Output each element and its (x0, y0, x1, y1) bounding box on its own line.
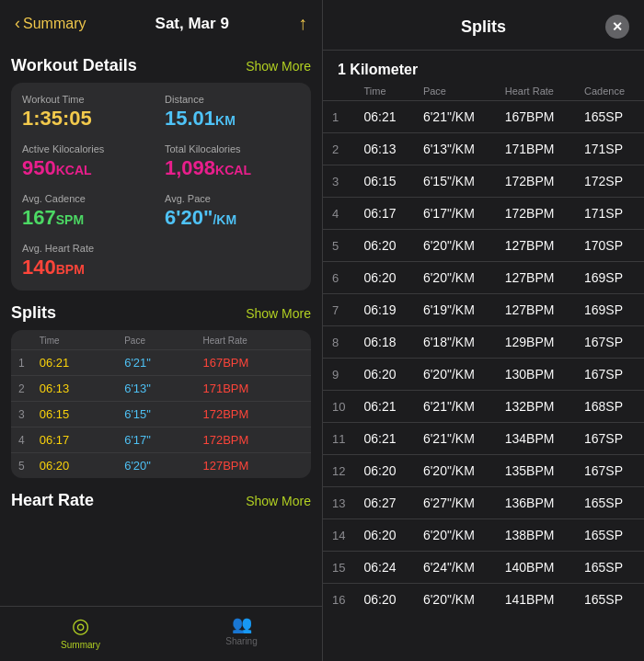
right-panel: Splits ✕ 1 Kilometer Time Pace Heart Rat… (322, 0, 644, 661)
tab-sharing[interactable]: 👥 Sharing (161, 614, 322, 650)
table-row: 5 06:20 6'20"/KM 127BPM 170SP (323, 230, 644, 262)
split-pace: 6'20"/KM (414, 262, 496, 294)
split-time: 06:20 (354, 262, 413, 294)
split-num: 2 (11, 376, 32, 402)
split-num: 15 (323, 552, 354, 584)
split-hr: 138BPM (496, 519, 575, 552)
table-row: 10 06:21 6'21"/KM 132BPM 168SP (323, 391, 644, 423)
sharing-icon: 👥 (232, 614, 252, 634)
split-time: 06:13 (32, 376, 117, 402)
tab-sharing-label: Sharing (225, 636, 257, 646)
close-button[interactable]: ✕ (605, 15, 629, 39)
split-time: 06:21 (354, 423, 413, 455)
split-hr: 172BPM (496, 165, 575, 198)
split-num: 14 (323, 519, 354, 552)
table-row: 3 06:15 6'15" 172BPM (11, 402, 311, 427)
metric-avg-cadence: Avg. Cadence 167SPM (22, 193, 157, 230)
close-icon: ✕ (612, 19, 623, 34)
workout-details-show-more[interactable]: Show More (246, 59, 311, 74)
col-time: Time (354, 82, 413, 101)
split-hr: 130BPM (496, 359, 575, 391)
metric-avg-hr: Avg. Heart Rate 140BPM (22, 243, 300, 279)
metric-distance: Distance 15.01KM (165, 94, 300, 131)
table-row: 8 06:18 6'18"/KM 129BPM 167SP (323, 326, 644, 359)
split-pace: 6'21"/KM (414, 423, 496, 455)
split-time: 06:21 (354, 101, 413, 133)
split-hr: 136BPM (496, 487, 575, 519)
split-pace: 6'15" (117, 402, 195, 427)
split-pace: 6'13"/KM (414, 133, 496, 165)
table-row: 13 06:27 6'27"/KM 136BPM 165SP (323, 487, 644, 519)
split-time: 06:20 (354, 455, 413, 487)
split-cad: 167SP (575, 455, 644, 487)
splits-section-header: Splits Show More (11, 303, 311, 323)
chevron-icon: ‹ (15, 14, 20, 33)
table-row: 5 06:20 6'20" 127BPM (11, 453, 311, 479)
split-time: 06:15 (32, 402, 117, 427)
split-pace: 6'20"/KM (414, 519, 496, 552)
header-title: Sat, Mar 9 (155, 15, 229, 33)
summary-icon: ◎ (72, 614, 89, 638)
right-content: 1 Kilometer Time Pace Heart Rate Cadence… (323, 51, 644, 661)
split-hr: 127BPM (195, 453, 311, 479)
table-row: 3 06:15 6'15"/KM 172BPM 172SP (323, 165, 644, 198)
split-num: 10 (323, 391, 354, 423)
metric-value-time: 1:35:05 (22, 107, 157, 131)
col-cad: Cadence (575, 82, 644, 101)
split-num: 12 (323, 455, 354, 487)
split-cad: 168SP (575, 391, 644, 423)
splits-table: Time Pace Heart Rate 1 06:21 6'21" 167BP… (11, 330, 311, 478)
back-button[interactable]: ‹ Summary (15, 14, 86, 33)
table-row: 15 06:24 6'24"/KM 140BPM 165SP (323, 552, 644, 584)
split-hr: 127BPM (496, 262, 575, 294)
split-num: 13 (323, 487, 354, 519)
share-icon[interactable]: ↑ (298, 13, 307, 34)
metric-label: Avg. Pace (165, 193, 300, 204)
metric-value-distance: 15.01KM (165, 107, 300, 131)
metric-label: Distance (165, 94, 300, 105)
split-cad: 169SP (575, 294, 644, 326)
table-row: 4 06:17 6'17"/KM 172BPM 171SP (323, 198, 644, 230)
left-header: ‹ Summary Sat, Mar 9 ↑ (0, 0, 322, 43)
col-num (323, 82, 354, 101)
heart-rate-show-more[interactable]: Show More (246, 494, 311, 508)
split-time: 06:20 (32, 453, 117, 479)
split-pace: 6'21"/KM (414, 101, 496, 133)
table-row: 16 06:20 6'20"/KM 141BPM 165SP (323, 584, 644, 616)
left-panel: ‹ Summary Sat, Mar 9 ↑ Workout Details S… (0, 0, 322, 661)
split-cad: 169SP (575, 262, 644, 294)
split-time: 06:13 (354, 133, 413, 165)
split-cad: 165SP (575, 101, 644, 133)
split-time: 06:20 (354, 230, 413, 262)
back-label: Summary (23, 16, 86, 32)
split-time: 06:19 (354, 294, 413, 326)
split-hr: 172BPM (195, 402, 311, 427)
tab-summary[interactable]: ◎ Summary (0, 614, 161, 650)
split-num: 3 (323, 165, 354, 198)
col-pace: Pace (414, 82, 496, 101)
split-num: 11 (323, 423, 354, 455)
metric-value-total-kcal: 1,098KCAL (165, 156, 300, 180)
split-time: 06:15 (354, 165, 413, 198)
metric-label: Avg. Heart Rate (22, 243, 300, 254)
table-row: 14 06:20 6'20"/KM 138BPM 165SP (323, 519, 644, 552)
split-hr: 171BPM (195, 376, 311, 402)
workout-details-header: Workout Details Show More (11, 56, 311, 75)
split-pace: 6'15"/KM (414, 165, 496, 198)
split-cad: 165SP (575, 487, 644, 519)
metric-value-active-kcal: 950KCAL (22, 156, 157, 180)
split-num: 3 (11, 402, 32, 427)
table-row: 1 06:21 6'21"/KM 167BPM 165SP (323, 101, 644, 133)
split-hr: 134BPM (496, 423, 575, 455)
split-pace: 6'17"/KM (414, 198, 496, 230)
split-hr: 127BPM (496, 230, 575, 262)
col-hr: Heart Rate (496, 82, 575, 101)
split-time: 06:27 (354, 487, 413, 519)
splits-show-more[interactable]: Show More (246, 306, 311, 321)
splits-full-table: Time Pace Heart Rate Cadence 1 06:21 6'2… (323, 82, 644, 615)
split-cad: 165SP (575, 519, 644, 552)
metric-label: Avg. Cadence (22, 193, 157, 204)
split-hr: 171BPM (496, 133, 575, 165)
split-cad: 172SP (575, 165, 644, 198)
split-hr: 141BPM (496, 584, 575, 616)
